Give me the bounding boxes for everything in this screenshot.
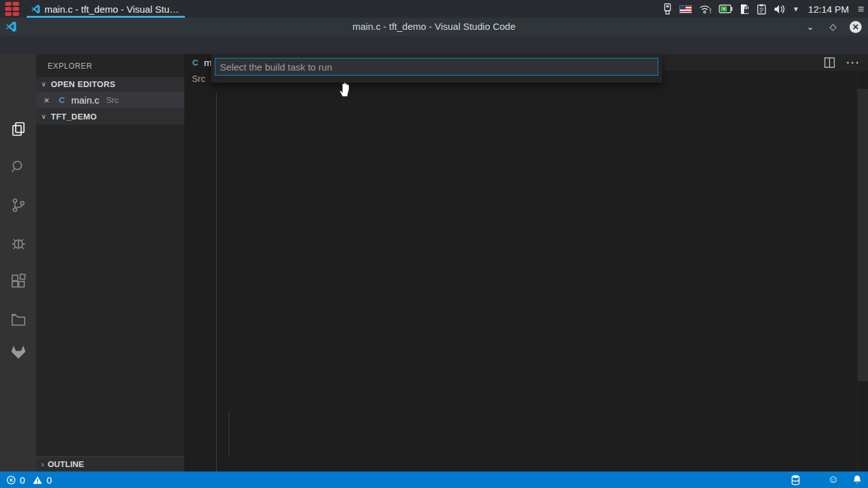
- error-count: 0: [20, 475, 25, 485]
- explorer-sidebar: EXPLORER ∨ OPEN EDITORS × C main.c Src ∨…: [36, 54, 184, 471]
- indent-guide: [229, 412, 229, 456]
- chevron-down-icon: ∨: [40, 80, 48, 88]
- indent-guide: [216, 93, 217, 471]
- system-tray: ! ▼: [663, 3, 799, 15]
- wifi-warning-icon[interactable]: !: [699, 4, 712, 15]
- workspace-folder-header[interactable]: ∨ TFT_DEMO: [36, 108, 184, 125]
- chevron-down-icon: ∨: [40, 112, 48, 121]
- quick-pick-input[interactable]: Select the build task to run: [215, 58, 658, 76]
- tray-expander-caret-icon[interactable]: ▼: [792, 5, 799, 13]
- open-editors-header[interactable]: ∨ OPEN EDITORS: [36, 77, 184, 92]
- taskbar-window-label: main.c - tft_demo - Visual Studio ...: [44, 4, 181, 15]
- chevron-right-icon: ›: [41, 460, 44, 469]
- taskbar-window-button[interactable]: main.c - tft_demo - Visual Studio ...: [25, 0, 186, 18]
- split-editor-icon[interactable]: [824, 57, 835, 68]
- open-editor-main-c[interactable]: × C main.c Src: [36, 92, 184, 108]
- quick-pick-widget: Select the build task to run: [211, 54, 662, 83]
- folder-panel-icon[interactable]: [0, 304, 36, 335]
- minimap[interactable]: [812, 71, 858, 471]
- open-editor-label: main.c: [71, 95, 99, 105]
- extensions-icon[interactable]: [0, 266, 36, 297]
- gitlab-icon[interactable]: [0, 337, 36, 367]
- debug-icon[interactable]: [0, 228, 36, 259]
- activity-bar: ⚙ 1: [0, 54, 36, 471]
- errors-icon[interactable]: [6, 475, 16, 485]
- desktop: main.c - tft_demo - Visual Studio ... ! …: [0, 0, 868, 488]
- feedback-smiley-icon[interactable]: ☺: [828, 473, 839, 486]
- clock[interactable]: 12:14 PM: [808, 4, 849, 15]
- quick-pick-placeholder: Select the build task to run: [215, 62, 332, 72]
- notifications-bell-icon[interactable]: [853, 475, 862, 485]
- svg-text:!: !: [709, 7, 712, 15]
- vscode-icon: [31, 4, 41, 14]
- maximize-button[interactable]: ◇: [827, 20, 839, 33]
- vault-icon[interactable]: [740, 4, 750, 15]
- database-icon[interactable]: [791, 475, 800, 485]
- close-button[interactable]: ✕: [850, 21, 862, 33]
- c-file-icon: C: [191, 58, 200, 67]
- outline-header[interactable]: › OUTLINE: [36, 456, 184, 471]
- system-panel: main.c - tft_demo - Visual Studio ... ! …: [0, 0, 868, 18]
- explorer-icon[interactable]: [0, 114, 36, 144]
- usb-device-icon[interactable]: [663, 3, 672, 15]
- c-file-icon: C: [57, 95, 67, 105]
- sidebar-title: EXPLORER: [36, 54, 184, 77]
- mouse-cursor-pointer: [337, 80, 352, 98]
- close-editor-icon[interactable]: ×: [44, 95, 53, 105]
- open-editor-detail: Src: [106, 95, 119, 105]
- more-actions-icon[interactable]: ···: [846, 57, 860, 69]
- panel-menu-icon[interactable]: ≡: [858, 4, 864, 15]
- app-launcher-icon[interactable]: [4, 2, 20, 16]
- warnings-icon[interactable]: [32, 475, 43, 485]
- status-bar: 0 0 ☺: [0, 471, 868, 488]
- warning-count: 0: [46, 475, 51, 485]
- source-control-icon[interactable]: [0, 190, 36, 220]
- keyboard-layout-us-flag-icon[interactable]: [679, 5, 692, 13]
- vertical-scrollbar[interactable]: [858, 89, 868, 381]
- window-title: main.c - tft_demo - Visual Studio Code: [0, 18, 868, 36]
- window-titlebar: main.c - tft_demo - Visual Studio Code ⌄…: [0, 18, 868, 36]
- clipboard-icon[interactable]: [757, 4, 766, 15]
- battery-icon[interactable]: [719, 4, 733, 13]
- volume-icon[interactable]: [773, 4, 785, 15]
- editor-group: C main.c ··· Src: [184, 54, 868, 471]
- minimize-button[interactable]: ⌄: [804, 20, 817, 33]
- search-icon[interactable]: [0, 152, 36, 182]
- menu-bar: [0, 36, 868, 54]
